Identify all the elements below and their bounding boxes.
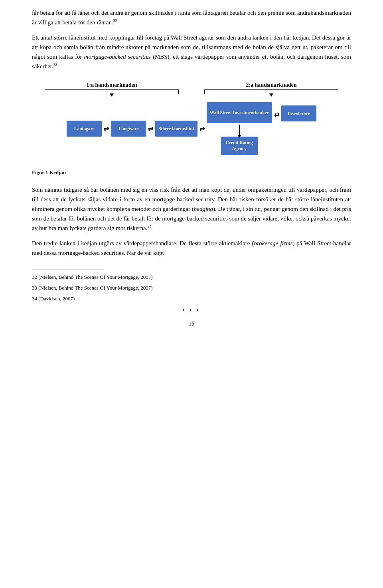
footnote-ref-32: 32 [113, 18, 117, 23]
diagram-container: 1:a handsmarknaden 2:a handsmarknaden Lå… [32, 81, 351, 159]
paragraph-1: får betala för att få lånet och det andr… [32, 8, 351, 27]
mbs-italic: mortgage-backed securities [84, 54, 151, 60]
page-content: får betala för att få lånet och det andr… [32, 0, 351, 348]
footnote-33: 33 (Nielsen, Behind The Scenes Of Your M… [32, 284, 351, 292]
bracket-left [32, 89, 192, 97]
node-credit-rating-agency: Credit RatingAgency [221, 137, 258, 155]
dots-row: • • • [32, 305, 351, 316]
diagram-nodes-row: Låntagare ⇄ Långivare ⇄ Större låneinsti… [32, 98, 351, 159]
footnote-32: 32 (Nielsen, Behind The Scenes Of Your M… [32, 273, 351, 282]
diagram-brackets [32, 89, 351, 97]
label-first-hand-market: 1:a handsmarknaden [32, 81, 192, 89]
brokerage-firms-italic: brokerage firms [254, 240, 292, 246]
arrow-2-3: ⇄ [147, 124, 154, 134]
paragraph-2: Ett antal större låneinstitut med koppli… [32, 33, 351, 71]
node-investerare: Investerare [281, 105, 316, 121]
page-number: 16 [32, 320, 351, 328]
node-langivare: Långivare [111, 121, 146, 137]
arrow-3-4: ⇄ [198, 124, 206, 134]
vertical-arrow [239, 125, 240, 135]
arrow-4-5: ⇄ [273, 109, 280, 120]
hedging-italic: hedging [194, 206, 213, 212]
node-lantagare: Låntagare [67, 121, 102, 137]
node-storre-laneinstitut: Större låneinstitut [155, 121, 197, 137]
figur-label: Figur 1 Kedjan [32, 169, 351, 177]
ws-credit-group: Wall Street Investmentbanker Credit Rati… [207, 102, 272, 155]
footnote-ref-33: 33 [53, 62, 57, 67]
bracket-right [192, 89, 351, 97]
diagram-labels-row: 1:a handsmarknaden 2:a handsmarknaden [32, 81, 351, 89]
footnote-34: 34 (Davidson, 2007) [32, 295, 351, 303]
paragraph-3: Som nämnts tidigare så bär bolånen med s… [32, 185, 351, 233]
footnote-ref-34: 34 [147, 224, 151, 228]
paragraph-4: Den tredje länken i kedjan utgörs av vär… [32, 238, 351, 258]
footnote-divider [32, 270, 104, 270]
label-second-hand-market: 2:a handsmarknaden [192, 81, 351, 89]
node-wall-street: Wall Street Investmentbanker [207, 102, 272, 123]
arrow-1-2: ⇄ [103, 124, 110, 134]
